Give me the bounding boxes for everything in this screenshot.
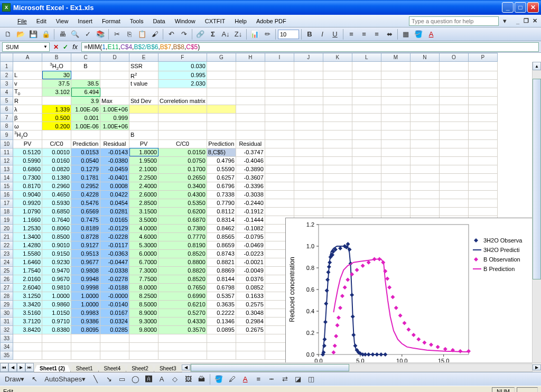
cell-E21[interactable]: 4.6000 [129, 232, 158, 241]
cell-N3[interactable] [410, 79, 439, 88]
cell-E30[interactable]: 8.9000 [129, 309, 158, 317]
cell-N4[interactable] [410, 88, 439, 96]
cell-J12[interactable] [294, 156, 323, 165]
cell-C7[interactable]: 0.001 [71, 114, 100, 122]
row-header[interactable]: 33 [1, 334, 13, 342]
col-header[interactable]: K [323, 53, 352, 62]
row-header[interactable]: 28 [1, 292, 13, 300]
cell-D29[interactable]: -0.0140 [100, 300, 129, 309]
vscroll-thumb[interactable] [533, 79, 541, 279]
cell-E18[interactable]: 3.1500 [129, 207, 158, 216]
row-header[interactable]: 17 [1, 199, 13, 207]
rectangle-button[interactable]: ▭ [116, 374, 128, 385]
menu-help[interactable]: Help [230, 17, 251, 25]
cell-D35[interactable] [100, 351, 129, 359]
cell-B4[interactable]: 3.102 [42, 88, 71, 96]
cell-A5[interactable]: R [13, 97, 42, 105]
col-header[interactable]: P [468, 53, 497, 62]
cell-N6[interactable] [410, 105, 439, 114]
cell-H20[interactable]: -0.1082 [236, 224, 265, 232]
cell-G33[interactable] [207, 334, 236, 342]
cell-P14[interactable] [468, 173, 497, 182]
cell-H8[interactable] [236, 122, 265, 130]
cell-O11[interactable] [439, 148, 468, 156]
cell-M8[interactable] [381, 122, 410, 130]
cell-E7[interactable] [129, 114, 158, 122]
cell-H23[interactable]: -0.0223 [236, 249, 265, 258]
fill-color-button[interactable]: 🪣 [413, 29, 424, 40]
sheet-tab[interactable]: Sheet2 [126, 365, 154, 372]
cell-H35[interactable] [236, 351, 265, 359]
cell-O2[interactable] [439, 71, 468, 79]
cell-D21[interactable]: -0.0228 [100, 232, 129, 241]
cell-G16[interactable]: 0.7338 [207, 190, 236, 199]
cell-F19[interactable]: 0.6870 [158, 216, 207, 224]
cell-A23[interactable]: 1.5580 [13, 249, 42, 258]
cell-O12[interactable] [439, 156, 468, 165]
cell-A22[interactable]: 1.4280 [13, 241, 42, 249]
autosum-button[interactable]: Σ [207, 29, 219, 40]
col-header[interactable]: B [42, 53, 71, 62]
col-header[interactable]: O [439, 53, 468, 62]
cell-D8[interactable]: 1.00E+06 [100, 122, 129, 130]
cell-P7[interactable] [468, 114, 497, 122]
cell-M14[interactable] [381, 173, 410, 182]
cell-M1[interactable] [381, 62, 410, 71]
cell-D13[interactable]: -0.0459 [100, 165, 129, 173]
cell-H19[interactable]: -0.1444 [236, 216, 265, 224]
cell-J1[interactable] [294, 62, 323, 71]
scroll-left-button[interactable]: ◀ [182, 365, 190, 370]
cell-F8[interactable] [158, 122, 207, 130]
cell-K2[interactable] [323, 71, 352, 79]
row-header[interactable]: 7 [1, 114, 13, 122]
row-header[interactable]: 21 [1, 232, 13, 241]
cell-I15[interactable] [265, 182, 294, 190]
cell-F10[interactable]: C/C0 [158, 139, 207, 148]
cell-F21[interactable]: 0.7770 [158, 232, 207, 241]
cell-H25[interactable]: -0.0049 [236, 266, 265, 275]
cell-F13[interactable]: 0.1700 [158, 165, 207, 173]
cell-P9[interactable] [468, 130, 497, 140]
cell-C15[interactable]: 0.2952 [71, 182, 100, 190]
cell-A12[interactable]: 0.5990 [13, 156, 42, 165]
cell-F12[interactable]: 0.0750 [158, 156, 207, 165]
tab-prev-button[interactable]: ◀ [8, 363, 17, 372]
col-header[interactable]: I [265, 53, 294, 62]
cell-F17[interactable]: 0.5350 [158, 199, 207, 207]
cell-B29[interactable]: 0.9860 [42, 300, 71, 309]
scroll-right-button[interactable]: ▶ [533, 365, 541, 370]
cell-N14[interactable] [410, 173, 439, 182]
cell-G4[interactable] [207, 88, 236, 96]
clipart-button[interactable]: 🖼 [182, 374, 194, 385]
cell-C27[interactable]: 0.9998 [71, 283, 100, 292]
cell-I5[interactable] [265, 97, 294, 105]
cell-K8[interactable] [323, 122, 352, 130]
cell-K4[interactable] [323, 88, 352, 96]
cell-A13[interactable]: 0.6860 [13, 165, 42, 173]
menu-adobe-pdf[interactable]: Adobe PDF [251, 17, 291, 25]
row-header[interactable]: 35 [1, 351, 13, 359]
cell-F4[interactable] [158, 88, 207, 96]
cell-F28[interactable]: 0.6990 [158, 292, 207, 300]
cell-G20[interactable]: 0.8462 [207, 224, 236, 232]
cell-G15[interactable]: 0.6796 [207, 182, 236, 190]
autoshapes-menu[interactable]: AutoShapes ▾ [42, 374, 88, 385]
cell-J2[interactable] [294, 71, 323, 79]
cell-G29[interactable]: 0.3635 [207, 300, 236, 309]
cell-E27[interactable]: 8.0000 [129, 283, 158, 292]
cell-F1[interactable]: 0.030 [158, 62, 207, 71]
col-header[interactable]: A [13, 53, 42, 62]
cell-I1[interactable] [265, 62, 294, 71]
cell-K17[interactable] [323, 199, 352, 207]
cell-E19[interactable]: 3.5000 [129, 216, 158, 224]
cell-D28[interactable]: -0.0000 [100, 292, 129, 300]
cell-E23[interactable]: 6.0000 [129, 249, 158, 258]
select-objects-button[interactable]: ↖ [29, 374, 40, 385]
cell-B15[interactable]: 0.2960 [42, 182, 71, 190]
merge-center-button[interactable]: ⬌ [384, 29, 395, 40]
cell-A33[interactable] [13, 334, 42, 342]
cell-F24[interactable]: 0.8800 [158, 258, 207, 266]
cell-F23[interactable]: 0.8520 [158, 249, 207, 258]
arrow-button[interactable]: ↘ [103, 374, 115, 385]
oval-button[interactable]: ◯ [129, 374, 141, 385]
